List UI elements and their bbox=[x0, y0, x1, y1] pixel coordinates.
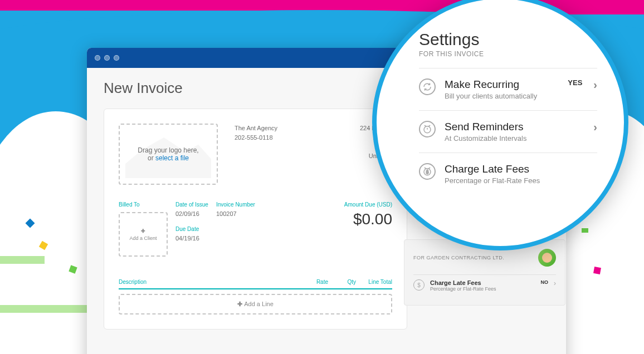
add-line-button[interactable]: ✚ Add a Line bbox=[119, 294, 392, 314]
billed-to-label: Billed To bbox=[119, 201, 168, 208]
side-item-title: Charge Late Fees bbox=[430, 279, 535, 286]
add-client-button[interactable]: ✚ Add a Client bbox=[119, 212, 168, 257]
dollar-icon: $ bbox=[413, 279, 425, 291]
settings-item-reminders[interactable]: Send Reminders At Customizable Intervals… bbox=[419, 110, 597, 153]
logo-dropzone[interactable]: Drag your logo here, or select a file bbox=[119, 124, 218, 185]
line-items-header: Description Rate Qty Line Total bbox=[119, 279, 392, 289]
chevron-right-icon: › bbox=[593, 78, 597, 91]
logo-drop-text2: or select a file bbox=[148, 154, 189, 162]
settings-item-title: Make Recurring bbox=[445, 78, 559, 91]
svg-text:$: $ bbox=[426, 170, 429, 175]
due-date-label: Due Date bbox=[175, 226, 208, 232]
settings-item-text: Make Recurring Bill your clients automat… bbox=[445, 78, 559, 100]
settings-item-title: Send Reminders bbox=[445, 121, 584, 133]
date-issue[interactable]: 02/09/16 bbox=[175, 210, 208, 217]
side-panel-header: FOR GARDEN CONTRACTING LTD. bbox=[413, 249, 556, 267]
company-phone: 202-555-0118 bbox=[235, 133, 277, 142]
settings-subtitle: FOR THIS INVOICE bbox=[419, 50, 597, 58]
col-rate: Rate bbox=[295, 279, 328, 285]
logo-or: or bbox=[148, 154, 155, 162]
settings-item-sub: Percentage or Flat-Rate Fees bbox=[445, 176, 597, 185]
invoice-card: Drag your logo here, or select a file Th… bbox=[104, 109, 407, 330]
plus-icon: ✚ bbox=[141, 228, 145, 234]
top-row: Drag your logo here, or select a file Th… bbox=[119, 124, 392, 185]
company-name: The Ant Agency bbox=[235, 124, 277, 133]
dates-col: Date of Issue 02/09/16 Due Date 04/19/16 bbox=[175, 201, 208, 257]
settings-item-sub: At Customizable Intervals bbox=[445, 134, 584, 142]
settings-item-text: Send Reminders At Customizable Intervals bbox=[445, 121, 584, 142]
side-item-late-fees[interactable]: $ Charge Late Fees Percentage or Flat-Ra… bbox=[413, 274, 556, 296]
select-file-link[interactable]: select a file bbox=[155, 154, 189, 162]
client-avatar[interactable] bbox=[538, 249, 556, 267]
confetti bbox=[582, 228, 588, 233]
billed-to-col: Billed To ✚ Add a Client bbox=[119, 201, 168, 257]
add-client-label: Add a Client bbox=[129, 235, 157, 241]
settings-item-sub: Bill your clients automatically bbox=[445, 92, 559, 100]
logo-drop-text: Drag your logo here, bbox=[138, 146, 198, 154]
side-item-badge: NO bbox=[541, 279, 549, 285]
due-date[interactable]: 04/19/16 bbox=[175, 235, 208, 242]
meta-row: Billed To ✚ Add a Client Date of Issue 0… bbox=[119, 201, 392, 257]
col-qty: Qty bbox=[328, 279, 356, 285]
window-control-close[interactable] bbox=[95, 55, 100, 61]
settings-item-recurring[interactable]: Make Recurring Bill your clients automat… bbox=[419, 68, 597, 110]
settings-item-title: Charge Late Fees bbox=[445, 163, 597, 175]
company-info: The Ant Agency 202-555-0118 bbox=[235, 124, 277, 185]
chevron-right-icon: › bbox=[554, 279, 556, 287]
chevron-right-icon: › bbox=[593, 121, 597, 134]
date-issue-label: Date of Issue bbox=[175, 201, 208, 208]
col-line-total: Line Total bbox=[356, 279, 392, 285]
dollar-clock-icon: $ bbox=[419, 163, 436, 180]
settings-item-late-fees[interactable]: $ Charge Late Fees Percentage or Flat-Ra… bbox=[419, 153, 597, 195]
settings-item-text: Charge Late Fees Percentage or Flat-Rate… bbox=[445, 163, 597, 185]
recurring-icon bbox=[419, 78, 436, 95]
green-bar-2 bbox=[0, 256, 45, 264]
confetti bbox=[593, 267, 601, 274]
amount-due: $0.00 bbox=[344, 210, 392, 228]
avatar-face bbox=[542, 253, 552, 263]
window-control-maximize[interactable] bbox=[114, 55, 119, 61]
invoice-no[interactable]: 100207 bbox=[216, 210, 255, 217]
page-title: New Invoice bbox=[104, 80, 409, 97]
invoice-no-col: Invoice Number 100207 bbox=[216, 201, 255, 257]
side-item-text: Charge Late Fees Percentage or Flat-Rate… bbox=[430, 279, 535, 292]
plus-icon: ✚ bbox=[237, 301, 244, 307]
col-description: Description bbox=[119, 279, 295, 285]
add-line-label: Add a Line bbox=[244, 301, 274, 307]
window-control-minimize[interactable] bbox=[104, 55, 110, 61]
amount-label: Amount Due (USD) bbox=[344, 201, 392, 208]
side-item-sub: Percentage or Flat-Rate Fees bbox=[430, 286, 535, 292]
invoice-no-label: Invoice Number bbox=[216, 201, 255, 208]
settings-panel: Settings FOR THIS INVOICE Make Recurring… bbox=[372, 0, 628, 250]
clock-icon bbox=[419, 121, 436, 137]
side-panel-for: FOR GARDEN CONTRACTING LTD. bbox=[413, 255, 533, 260]
settings-item-badge: YES bbox=[568, 78, 582, 87]
settings-title: Settings bbox=[419, 30, 597, 49]
green-bar bbox=[0, 305, 89, 313]
amount-col: Amount Due (USD) $0.00 bbox=[344, 201, 392, 257]
